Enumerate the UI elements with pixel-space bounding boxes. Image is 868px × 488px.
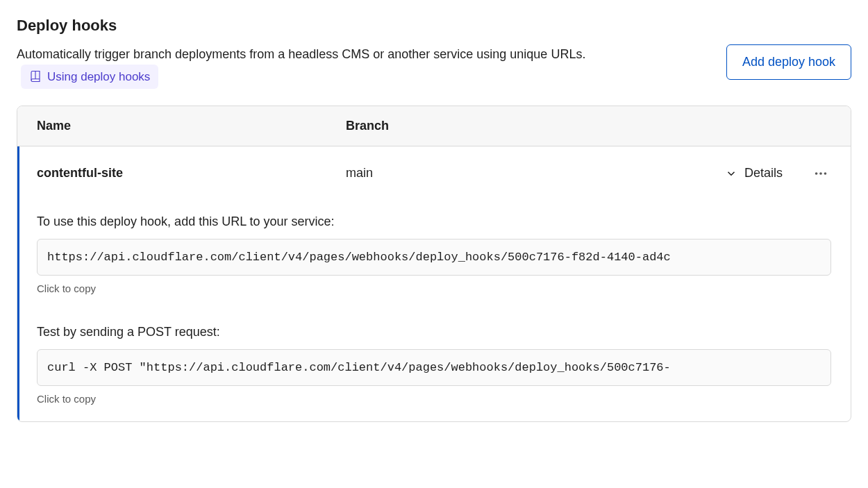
svg-point-2 — [819, 172, 822, 175]
curl-helper: Click to copy — [37, 393, 831, 405]
svg-point-3 — [824, 172, 827, 175]
details-label: Details — [744, 166, 783, 180]
description-text: Automatically trigger branch deployments… — [17, 47, 585, 61]
section-description: Automatically trigger branch deployments… — [17, 44, 699, 89]
doc-link[interactable]: Using deploy hooks — [21, 65, 158, 89]
table-header: Name Branch — [17, 106, 851, 146]
details-toggle[interactable]: Details — [725, 166, 783, 180]
column-header-name: Name — [37, 119, 346, 133]
section-title: Deploy hooks — [17, 17, 851, 35]
add-deploy-hook-button[interactable]: Add deploy hook — [726, 44, 851, 80]
table-row: contentful-site main Details To use this… — [17, 146, 851, 421]
url-helper: Click to copy — [37, 283, 831, 294]
svg-point-1 — [815, 172, 818, 175]
column-header-branch: Branch — [346, 119, 831, 133]
curl-value-box[interactable]: curl -X POST "https://api.cloudflare.com… — [37, 349, 831, 386]
hooks-panel: Name Branch contentful-site main Details… — [17, 106, 851, 422]
row-actions: Details — [725, 163, 831, 184]
hook-branch: main — [346, 166, 725, 180]
curl-section: Test by sending a POST request: curl -X … — [37, 325, 831, 405]
url-section: To use this deploy hook, add this URL to… — [37, 214, 831, 294]
book-icon — [29, 70, 42, 83]
curl-label: Test by sending a POST request: — [37, 325, 831, 339]
section-header: Automatically trigger branch deployments… — [17, 44, 851, 89]
hook-name: contentful-site — [37, 166, 346, 180]
more-menu-button[interactable] — [810, 163, 831, 184]
more-horizontal-icon — [813, 166, 828, 181]
url-label: To use this deploy hook, add this URL to… — [37, 214, 831, 229]
row-summary: contentful-site main Details — [37, 163, 831, 184]
chevron-down-icon — [725, 167, 737, 180]
doc-link-label: Using deploy hooks — [47, 67, 150, 86]
url-value-box[interactable]: https://api.cloudflare.com/client/v4/pag… — [37, 239, 831, 276]
